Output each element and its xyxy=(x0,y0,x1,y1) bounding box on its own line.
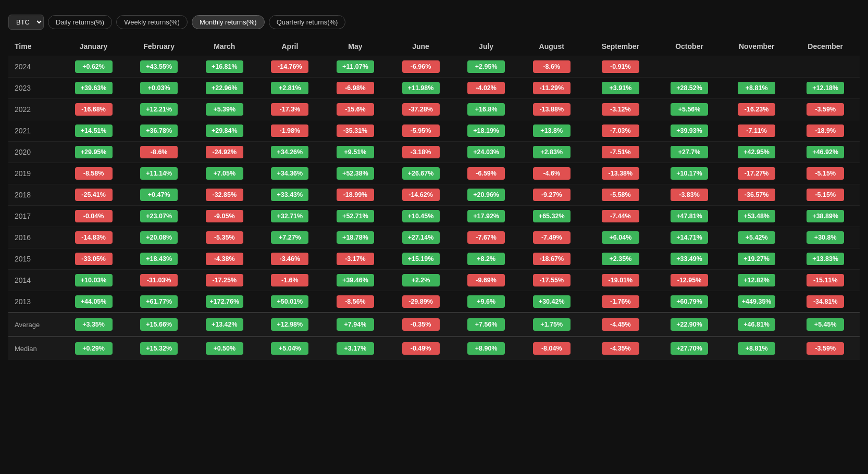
return-value: -15.11% xyxy=(807,274,844,286)
value-cell: +52.38% xyxy=(323,163,388,184)
footer-return-value: +3.17% xyxy=(337,342,374,355)
return-value: -5.15% xyxy=(807,167,844,180)
return-value: -4.6% xyxy=(533,167,571,180)
return-value: +30.42% xyxy=(533,295,571,308)
return-value: -11.29% xyxy=(533,82,571,94)
value-cell: -8.6% xyxy=(126,142,192,163)
col-header-january: January xyxy=(61,37,127,56)
value-cell: -16.23% xyxy=(722,99,791,120)
value-cell: -14.76% xyxy=(257,56,323,78)
return-value: +10.03% xyxy=(75,274,113,286)
tab-monthly-returns(%)[interactable]: Monthly returns(%) xyxy=(192,15,265,29)
value-cell: +10.17% xyxy=(656,163,722,184)
value-cell: -7.44% xyxy=(585,206,657,227)
return-value: -13.38% xyxy=(602,167,639,180)
value-cell: +2.81% xyxy=(257,78,323,99)
value-cell: -5.15% xyxy=(791,184,860,206)
return-value: -8.58% xyxy=(75,167,113,180)
return-value: +13.8% xyxy=(533,124,571,137)
value-cell: -18.9% xyxy=(791,120,860,142)
return-value: +33.49% xyxy=(671,253,708,265)
return-value: +2.35% xyxy=(602,253,639,265)
value-cell: -16.68% xyxy=(61,99,127,120)
footer-return-value: +13.42% xyxy=(206,318,243,331)
return-value: +23.07% xyxy=(140,210,178,222)
col-header-december: December xyxy=(791,37,860,56)
footer-return-value: +5.04% xyxy=(271,342,308,355)
footer-return-value: +0.50% xyxy=(206,342,243,355)
return-value: -1.76% xyxy=(602,295,639,308)
value-cell: -7.67% xyxy=(453,227,519,248)
value-cell: +9.51% xyxy=(323,142,388,163)
return-value: +32.71% xyxy=(271,210,308,222)
footer-return-value: +7.94% xyxy=(337,318,374,331)
footer-return-value: +27.70% xyxy=(671,342,708,355)
return-value: +2.83% xyxy=(533,146,571,158)
return-value: +2.2% xyxy=(402,274,440,286)
value-cell: +11.14% xyxy=(126,163,192,184)
return-value: -7.44% xyxy=(602,210,639,222)
value-cell: +2.83% xyxy=(519,142,585,163)
value-cell: +30.42% xyxy=(519,291,585,313)
return-value: +0.03% xyxy=(140,82,178,94)
value-cell: +10.03% xyxy=(61,270,127,291)
value-cell: -31.03% xyxy=(126,270,192,291)
value-cell: -13.38% xyxy=(585,163,657,184)
value-cell: +13.83% xyxy=(791,248,860,270)
value-cell: -1.76% xyxy=(585,291,657,313)
return-value: -8.56% xyxy=(337,295,374,308)
tab-weekly-returns(%)[interactable]: Weekly returns(%) xyxy=(116,15,188,29)
return-value: +27.14% xyxy=(402,231,440,244)
value-cell: -8.6% xyxy=(519,56,585,78)
value-cell: +26.67% xyxy=(388,163,454,184)
value-cell: -3.83% xyxy=(656,184,722,206)
return-value: -24.92% xyxy=(206,146,243,158)
tab-daily-returns(%)[interactable]: Daily returns(%) xyxy=(48,15,112,29)
year-cell: 2018 xyxy=(8,184,61,206)
year-cell: 2015 xyxy=(8,248,61,270)
value-cell: +33.43% xyxy=(257,184,323,206)
value-cell: +0.03% xyxy=(126,78,192,99)
value-cell: +50.01% xyxy=(257,291,323,313)
return-value: +8.81% xyxy=(738,82,775,94)
footer-label: Average xyxy=(8,313,61,336)
return-value: -4.38% xyxy=(206,253,243,265)
return-value: +5.42% xyxy=(738,231,775,244)
footer-value-cell: -4.35% xyxy=(585,336,657,360)
value-cell: -9.27% xyxy=(519,184,585,206)
return-value: +3.91% xyxy=(602,82,639,94)
returns-table-wrapper: TimeJanuaryFebruaryMarchAprilMayJuneJuly… xyxy=(8,37,860,360)
col-header-august: August xyxy=(519,37,585,56)
value-cell: +0.62% xyxy=(61,56,127,78)
btc-selector[interactable]: BTC xyxy=(8,15,44,30)
return-value: +53.48% xyxy=(738,210,775,222)
return-value: +14.51% xyxy=(75,124,113,137)
footer-value-cell: +0.29% xyxy=(61,336,127,360)
value-cell: +14.51% xyxy=(61,120,127,142)
tab-quarterly-returns(%)[interactable]: Quarterly returns(%) xyxy=(269,15,346,29)
footer-return-value: -4.45% xyxy=(602,318,639,331)
returns-table: TimeJanuaryFebruaryMarchAprilMayJuneJuly… xyxy=(8,37,860,360)
value-cell: +34.26% xyxy=(257,142,323,163)
table-row: 2020+29.95%-8.6%-24.92%+34.26%+9.51%-3.1… xyxy=(8,142,860,163)
value-cell: +23.07% xyxy=(126,206,192,227)
value-cell: +43.55% xyxy=(126,56,192,78)
value-cell: -5.95% xyxy=(388,120,454,142)
value-cell: -9.05% xyxy=(192,206,257,227)
return-value: -9.05% xyxy=(206,210,243,222)
year-cell: 2016 xyxy=(8,227,61,248)
value-cell: +52.71% xyxy=(323,206,388,227)
col-header-time: Time xyxy=(8,37,61,56)
value-cell: -6.98% xyxy=(323,78,388,99)
footer-return-value: +22.90% xyxy=(671,318,708,331)
return-value: +8.2% xyxy=(467,253,505,265)
return-value: +20.96% xyxy=(467,189,505,201)
value-cell: +29.84% xyxy=(192,120,257,142)
return-value: -3.18% xyxy=(402,146,440,158)
col-header-june: June xyxy=(388,37,454,56)
col-header-november: November xyxy=(722,37,791,56)
value-cell: -3.59% xyxy=(791,99,860,120)
value-cell: +8.81% xyxy=(722,78,791,99)
value-cell: -8.56% xyxy=(323,291,388,313)
value-cell: +18.43% xyxy=(126,248,192,270)
